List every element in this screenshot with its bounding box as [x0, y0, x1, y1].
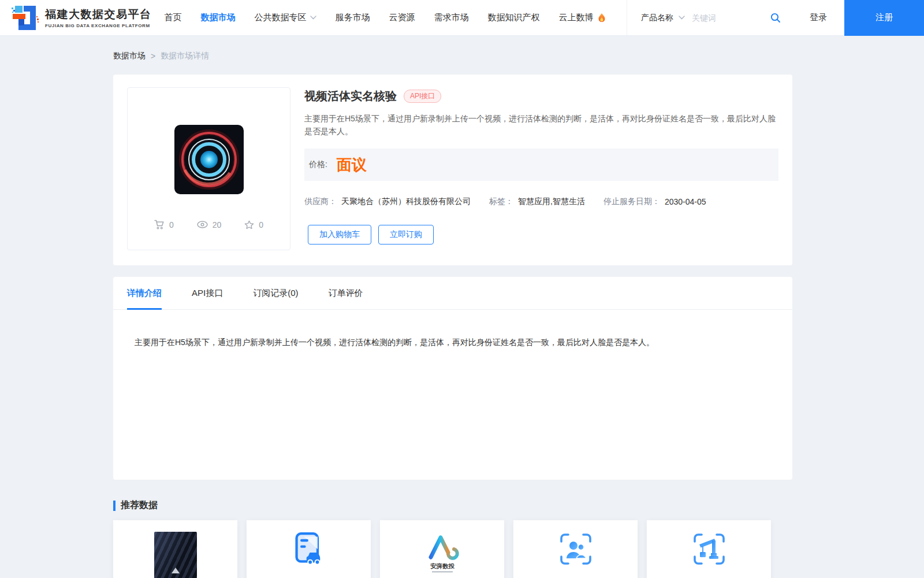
- nav-item-home[interactable]: 首页: [165, 12, 182, 23]
- product-summary-card: 0 20 0 视频活体实名核验: [113, 75, 792, 265]
- breadcrumb: 数据市场 > 数据市场详情: [113, 51, 924, 61]
- product-type-badge: API接口: [404, 90, 441, 102]
- product-title: 视频活体实名核验: [304, 88, 397, 104]
- tags-group: 标签： 智慧应用,智慧生活: [489, 197, 585, 207]
- product-title-row: 视频活体实名核验 API接口: [304, 88, 778, 104]
- chevron-down-icon: [310, 16, 316, 20]
- nav-item-cloud-expo[interactable]: 云上数博: [559, 12, 606, 23]
- stop-date-group: 停止服务日期： 2030-04-05: [603, 197, 706, 207]
- flame-icon: [597, 13, 606, 23]
- recommend-card[interactable]: 安湃数投: [380, 520, 504, 578]
- chevron-down-icon: [679, 16, 685, 20]
- stat-views-value: 20: [213, 220, 222, 229]
- nav-item-label: 公共数据专区: [255, 12, 307, 23]
- brand-subtitle: FUJIAN BIG DATA EXCHANGE PLATFORM: [45, 23, 152, 28]
- brand-title: 福建大数据交易平台: [45, 7, 152, 22]
- nav-item-demand-market[interactable]: 需求市场: [434, 12, 469, 23]
- nav-item-data-market[interactable]: 数据市场: [201, 12, 236, 23]
- site-header: 福建大数据交易平台 FUJIAN BIG DATA EXCHANGE PLATF…: [0, 0, 924, 36]
- supplier-label: 供应商：: [304, 197, 337, 207]
- stat-favorites: 0: [244, 220, 263, 229]
- search-icon[interactable]: [770, 13, 781, 23]
- breadcrumb-current: 数据市场详情: [161, 51, 209, 61]
- recommend-card[interactable]: [113, 520, 237, 578]
- tab-api[interactable]: API接口: [192, 277, 223, 309]
- login-button[interactable]: 登录: [792, 12, 844, 23]
- stat-cart-value: 0: [169, 220, 174, 229]
- tags-value: 智慧应用,智慧生活: [518, 197, 585, 207]
- recommend-section: 推荐数据: [113, 499, 924, 578]
- product-stats: 0 20 0: [154, 220, 263, 229]
- detail-text: 主要用于在H5场景下，通过用户新录制并上传一个视频，进行活体检测的判断，是活体，…: [135, 336, 772, 349]
- product-thumb-box: 0 20 0: [127, 87, 290, 250]
- recommend-cards: 安湃数投: [113, 520, 924, 578]
- nav-item-label: 云上数博: [559, 12, 594, 23]
- price-label: 价格:: [309, 160, 327, 170]
- header-right: 产品名称 登录 注册: [627, 0, 924, 35]
- price-bar: 价格: 面议: [304, 149, 778, 181]
- product-meta-row: 供应商： 天聚地合（苏州）科技股份有限公司 标签： 智慧应用,智慧生活 停止服务…: [304, 197, 778, 207]
- tab-subscription-records[interactable]: 订阅记录(0): [253, 277, 298, 309]
- tags-label: 标签：: [489, 197, 513, 207]
- main-nav: 首页 数据市场 公共数据专区 服务市场 云资源 需求市场 数据知识产权 云上数博: [165, 12, 606, 23]
- nav-item-service-market[interactable]: 服务市场: [336, 12, 370, 23]
- stat-cart: 0: [154, 220, 174, 229]
- stop-date-label: 停止服务日期：: [603, 197, 660, 207]
- breadcrumb-separator: >: [151, 51, 155, 61]
- supplier-group: 供应商： 天聚地合（苏州）科技股份有限公司: [304, 197, 471, 207]
- search-category-select[interactable]: 产品名称: [634, 13, 692, 23]
- breadcrumb-data-market[interactable]: 数据市场: [113, 51, 146, 61]
- supplier-value: 天聚地合（苏州）科技股份有限公司: [341, 197, 471, 207]
- site-logo[interactable]: 福建大数据交易平台 FUJIAN BIG DATA EXCHANGE PLATF…: [12, 5, 152, 31]
- product-image: [174, 125, 244, 194]
- order-now-button[interactable]: 立即订购: [378, 225, 434, 244]
- tab-detail-intro[interactable]: 详情介绍: [127, 277, 162, 309]
- gradient-a-logo: 安湃数投: [423, 532, 461, 576]
- product-actions: 加入购物车 立即订购: [308, 225, 778, 244]
- stop-date-value: 2030-04-05: [665, 197, 706, 206]
- recommend-card[interactable]: [513, 520, 638, 578]
- product-info: 视频活体实名核验 API接口 主要用于在H5场景下，通过用户新录制并上传一个视频…: [304, 87, 778, 253]
- search-input[interactable]: [692, 13, 768, 23]
- product-description: 主要用于在H5场景下，通过用户新录制并上传一个视频，进行活体检测的判断，是活体，…: [304, 113, 778, 138]
- recommend-card[interactable]: [647, 520, 771, 578]
- section-accent-bar: [113, 501, 116, 511]
- recommend-card[interactable]: [247, 520, 371, 578]
- add-to-cart-button[interactable]: 加入购物车: [308, 225, 371, 244]
- page: 福建大数据交易平台 FUJIAN BIG DATA EXCHANGE PLATF…: [0, 0, 924, 578]
- nav-item-data-ip[interactable]: 数据知识产权: [488, 12, 540, 23]
- nav-item-public-data-zone[interactable]: 公共数据专区: [255, 12, 316, 23]
- register-button[interactable]: 注册: [844, 0, 924, 36]
- search-category-value: 产品名称: [641, 13, 673, 23]
- price-value: 面议: [337, 155, 367, 175]
- rec-card-logo-text: 安湃数投: [430, 562, 455, 569]
- brand-text: 福建大数据交易平台 FUJIAN BIG DATA EXCHANGE PLATF…: [45, 7, 152, 28]
- tab-order-reviews[interactable]: 订单评价: [329, 277, 363, 309]
- stat-views: 20: [197, 220, 222, 229]
- product-detail-card: 详情介绍 API接口 订阅记录(0) 订单评价 主要用于在H5场景下，通过用户新…: [113, 277, 792, 480]
- cart-icon: [154, 220, 165, 229]
- vehicle-document-icon: [292, 532, 326, 566]
- detail-content: 主要用于在H5场景下，通过用户新录制并上传一个视频，进行活体检测的判断，是活体，…: [113, 310, 792, 349]
- star-icon: [244, 220, 254, 229]
- detail-tabs: 详情介绍 API接口 订阅记录(0) 订单评价: [113, 277, 792, 310]
- recommend-title: 推荐数据: [121, 499, 158, 512]
- crane-scan-icon: [692, 532, 726, 566]
- logo-mark-icon: [12, 5, 39, 31]
- keyboard-photo: [154, 532, 197, 578]
- nav-item-cloud-resources[interactable]: 云资源: [389, 12, 415, 23]
- people-scan-icon: [558, 532, 593, 566]
- recommend-header: 推荐数据: [113, 499, 924, 512]
- eye-icon: [197, 221, 208, 228]
- stat-favorites-value: 0: [259, 220, 263, 229]
